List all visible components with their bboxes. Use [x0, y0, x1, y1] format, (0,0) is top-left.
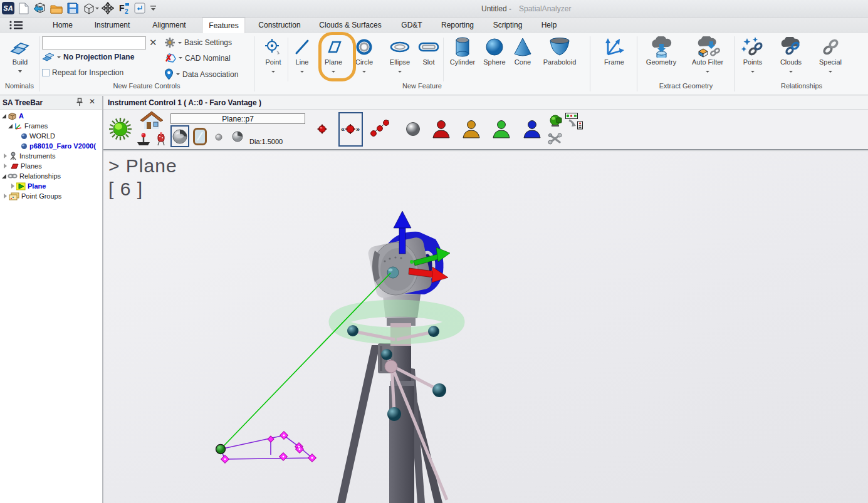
new-cylinder-button[interactable]: Cylinder [445, 36, 480, 66]
translate-view-icon[interactable] [101, 2, 115, 14]
expander-expanded-icon[interactable] [2, 174, 6, 179]
tab-scripting[interactable]: Scripting [487, 18, 529, 33]
tab-home[interactable]: Home [46, 18, 79, 33]
tab-construction[interactable]: Construction [252, 18, 306, 33]
operator-green-icon[interactable] [491, 120, 511, 138]
expander-collapsed-icon[interactable] [4, 194, 7, 199]
new-circle-button[interactable]: Circle [351, 36, 377, 74]
build-button[interactable]: Build [3, 36, 38, 74]
tree-item-A[interactable]: A [2, 111, 24, 121]
import-model-icon[interactable] [33, 2, 46, 14]
new-sphere-button[interactable]: Sphere [480, 36, 509, 66]
tree-item-p68010[interactable]: p68010_Faro V2000( [21, 141, 96, 151]
new-frame-button[interactable]: Frame [595, 36, 633, 66]
tree-item-planes[interactable]: Planes [4, 161, 42, 171]
point-groups-icon [9, 192, 19, 200]
view-cube-icon[interactable] [81, 2, 95, 14]
single-point-measure-icon[interactable] [317, 124, 327, 134]
frames-icon [14, 122, 23, 130]
operator-red-icon[interactable] [431, 120, 451, 138]
frame-2-icon[interactable]: F2 [117, 2, 131, 14]
new-point-button[interactable]: Point [258, 36, 288, 74]
cad-nominal-control[interactable]: ✗ CAD Nominal [164, 53, 231, 63]
continuous-measure-icon[interactable]: «» [341, 123, 361, 135]
tree-item-point-groups[interactable]: Point Groups [4, 191, 61, 201]
new-plane-button[interactable]: Plane [317, 36, 350, 74]
measurement-target-field[interactable] [170, 113, 305, 124]
sphere-measure-icon[interactable] [405, 122, 421, 137]
expander-collapsed-icon[interactable] [4, 153, 7, 158]
auto-filter-icon [686, 36, 729, 58]
repeat-checkbox[interactable] [42, 69, 50, 76]
relationships-icon [8, 173, 18, 179]
save-icon[interactable] [66, 2, 80, 14]
tree-item-instruments[interactable]: Instruments [4, 151, 55, 161]
send-to-aux-display-icon[interactable] [565, 113, 583, 130]
probe-sphere-icon[interactable] [232, 131, 243, 142]
connection-status-icon[interactable] [108, 117, 132, 141]
frame-icon [595, 36, 633, 58]
extract-geometry-button[interactable]: Geometry [641, 36, 682, 66]
instrument-settings-tools-icon[interactable] [547, 132, 563, 145]
clear-input-icon[interactable]: ✕ [149, 37, 157, 48]
new-document-icon[interactable] [17, 2, 31, 14]
new-ellipse-button[interactable]: Ellipse [384, 36, 416, 74]
feature-name-input[interactable] [42, 36, 146, 49]
open-file-icon[interactable] [50, 2, 63, 14]
projection-plane-control[interactable]: No Projection Plane [42, 53, 134, 61]
expander-collapsed-icon[interactable] [11, 184, 14, 189]
new-slot-button[interactable]: Slot [415, 36, 442, 66]
new-paraboloid-button[interactable]: Paraboloid [536, 36, 583, 66]
instrument-toolbar: Dia:1.5000 «» [103, 110, 868, 150]
mirror-icon[interactable] [193, 128, 207, 145]
tab-instrument[interactable]: Instrument [88, 18, 137, 33]
smr-target-icon[interactable] [172, 128, 187, 144]
point-icon [258, 36, 288, 58]
pin-icon[interactable] [76, 98, 83, 106]
treebar-close-icon[interactable]: ✕ [89, 97, 95, 106]
small-probe-icon[interactable] [215, 133, 222, 141]
tree-item-relationships[interactable]: Relationships [2, 171, 61, 181]
expander-expanded-icon[interactable] [8, 124, 13, 128]
data-association-control[interactable]: Data Association [164, 68, 238, 80]
joystick-icon[interactable] [136, 132, 151, 146]
slot-icon [415, 36, 442, 58]
tree-item-frames[interactable]: Frames [8, 121, 48, 131]
repeat-inspection-control[interactable]: Repeat for Inspection [42, 68, 123, 77]
spatial-scan-icon[interactable] [370, 118, 391, 137]
tracker-camera-icon[interactable] [549, 115, 563, 127]
basic-settings-control[interactable]: Basic Settings [164, 37, 232, 48]
tab-clouds-surfaces[interactable]: Clouds & Surfaces [313, 18, 387, 33]
auto-filter-button[interactable]: Auto Filter [686, 36, 729, 74]
data-association-pin-icon [164, 68, 174, 80]
treebar-title: SA TreeBar [3, 98, 43, 107]
tab-features[interactable]: Features [202, 18, 245, 33]
expander-expanded-icon[interactable] [2, 114, 6, 118]
operator-yellow-icon[interactable] [461, 120, 481, 138]
new-line-button[interactable]: Line [290, 36, 315, 74]
tree-item-plane-relationship[interactable]: Plane [11, 181, 46, 191]
tab-gdt[interactable]: GD&T [395, 18, 428, 33]
svg-text:2: 2 [125, 8, 128, 14]
enter-command-icon[interactable] [133, 2, 147, 14]
tree-item-world[interactable]: WORLD [21, 131, 55, 141]
relationship-points-button[interactable]: Points [737, 36, 768, 74]
home-position-icon[interactable] [139, 110, 164, 130]
graphics-viewport[interactable]: > Plane [ 6 ] [103, 152, 868, 503]
gear-icon [164, 37, 175, 48]
measurement-prompt: > Plane [ 6 ] [108, 154, 177, 200]
view-cube-dropdown[interactable] [94, 2, 100, 14]
tab-help[interactable]: Help [535, 18, 563, 33]
relationship-special-button[interactable]: Special [812, 36, 849, 74]
operator-blue-icon[interactable] [522, 120, 542, 138]
tab-reporting[interactable]: Reporting [435, 18, 480, 33]
menu-list-icon[interactable] [9, 19, 23, 31]
expander-collapsed-icon[interactable] [4, 163, 7, 169]
relationship-clouds-button[interactable]: Clouds [773, 36, 808, 74]
toolbar-overflow-icon[interactable] [149, 2, 157, 14]
tab-alignment[interactable]: Alignment [146, 18, 192, 33]
projection-plane-icon [42, 53, 55, 61]
beacon-icon[interactable] [155, 132, 167, 146]
new-cone-button[interactable]: Cone [509, 36, 536, 66]
group-label-new-feature-controls: New Feature Controls [39, 82, 254, 91]
